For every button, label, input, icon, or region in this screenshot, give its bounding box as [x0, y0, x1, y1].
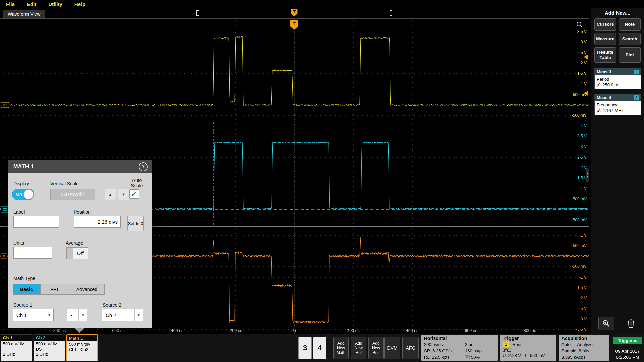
average-toggle[interactable]: Off [66, 247, 88, 259]
scale-label-ch1: 3 V [581, 40, 587, 44]
display-toggle-knob [23, 189, 34, 199]
sidebar-button-measure[interactable]: Measure [594, 33, 616, 45]
trigger-type: Runt [512, 341, 521, 348]
scale-label-math: -500 mV [572, 264, 587, 269]
help-icon[interactable]: ? [139, 162, 148, 171]
math-type-tab-basic[interactable]: Basic [13, 284, 40, 295]
acquisition-settings-panel[interactable]: Acquisition Auto, Analyze Sample: 8 bits… [559, 335, 609, 361]
display-toggle[interactable]: On [12, 189, 34, 200]
plot-zoom-icon[interactable] [576, 21, 583, 30]
source1-label: Source 1 [13, 302, 32, 308]
measurement-card[interactable]: Meas 32Periodμ': 250.0 ns [594, 68, 641, 89]
acq-mode: Auto, [561, 341, 572, 348]
scale-label-math: -1 V [579, 275, 587, 280]
measurement-card[interactable]: Meas 42Frequencyμ': 4.167 MHz [594, 94, 641, 115]
set-to-zero-button[interactable]: Set to 0 [127, 216, 144, 231]
math-type-tab-fft[interactable]: FFT [40, 284, 69, 295]
average-toggle-knob [67, 248, 73, 259]
sidebar-button-search[interactable]: Search [619, 33, 641, 45]
scale-label-math: -3 V [579, 317, 587, 321]
menu-bar: FileEditUtilityHelp [0, 0, 644, 8]
menu-file[interactable]: File [6, 1, 15, 7]
menu-utility[interactable]: Utility [48, 1, 62, 7]
label-label: Label [13, 209, 25, 215]
label-input[interactable] [13, 216, 59, 228]
badge-name: Ch 1 [1, 335, 32, 341]
overview-right-bracket[interactable] [390, 10, 392, 16]
badge-name: Ch 2 [34, 335, 65, 341]
sidebar-button-note[interactable]: Note [619, 18, 641, 31]
runt-pulse-icon [503, 348, 512, 352]
scale-label-ch2: 4 V [581, 123, 587, 128]
autoscale-checkbox[interactable]: ✓ [129, 189, 139, 199]
time-label: -400 ns [170, 328, 184, 333]
record-length: RL: 12.5 kpts [424, 354, 465, 360]
scale-label-ch1: 1 V [581, 81, 587, 86]
status-date: 09 Apr 2017 [612, 349, 643, 354]
sidebar-button-cursors[interactable]: Cursors [594, 18, 616, 31]
dialog-header[interactable]: MATH 1 ? [8, 160, 152, 173]
operator-dropdown[interactable]: - ▼ [67, 309, 87, 321]
channel-3-button[interactable]: 3 [298, 337, 312, 359]
zoom-mode-button[interactable] [598, 317, 614, 330]
horizontal-title: Horizontal [424, 336, 495, 341]
measurement-count-badge: 2 [634, 70, 639, 74]
time-label: 0 s [291, 328, 297, 333]
trigger-position-flag[interactable]: T [291, 9, 298, 16]
trigger-settings-panel[interactable]: Trigger 1 Runt U: 2.28 V L: 560 mV [500, 335, 556, 361]
scale-label-ch2: -500 mV [572, 218, 587, 222]
sample-rate: SR: 6.25 GS/s [424, 348, 465, 354]
add-new-title: Add New... [591, 10, 644, 16]
badge-details: 500 mV/divDS1 GHz [34, 341, 65, 358]
trigger-upper-level: U: 2.28 V [503, 352, 521, 359]
afg-button[interactable]: AFG [402, 337, 419, 359]
scale-up-button[interactable]: ▲ [105, 189, 116, 200]
scale-label-ch1: -500 mV [572, 113, 587, 118]
sample-interval: 160 ps/pt [465, 348, 495, 354]
add-new-ref-button[interactable]: AddNewRef [351, 337, 366, 359]
waveform-view-tab[interactable]: Waveform View [3, 10, 45, 18]
channel-4-button[interactable]: 4 [313, 337, 326, 359]
math-type-tab-advanced[interactable]: Advanced [69, 284, 105, 295]
channel-flag-m[interactable]: M [1, 253, 7, 259]
add-new-math-button[interactable]: AddNewMath [333, 337, 349, 359]
channel-flag-c1[interactable]: C1 [1, 102, 9, 108]
measurement-header: Meas 32 [595, 68, 641, 75]
horizontal-settings-panel[interactable]: Horizontal 200 ns/div 2 μs SR: 6.25 GS/s… [421, 335, 498, 361]
sidebar-button-results-table[interactable]: Results Table [594, 47, 616, 63]
horizontal-scale: 200 ns/div [424, 341, 465, 348]
scale-label-ch1: 2 V [581, 61, 587, 65]
sidebar-button-plot[interactable]: Plot [619, 47, 641, 63]
source2-dropdown[interactable]: Ch 2 ▼ [102, 309, 143, 321]
position-input[interactable] [74, 216, 121, 228]
badge-details: 500 mV/div 1 GHz [1, 341, 32, 358]
trigger-upper-level-arrow[interactable] [584, 54, 588, 60]
badge-ch-1[interactable]: Ch 1500 mV/div 1 GHz [1, 334, 32, 361]
add-new-bus-button[interactable]: AddNewBus [368, 337, 384, 359]
dialog-body: Display On Vertical Scale 500 mV/div ▲ ▼… [8, 173, 152, 328]
badge-ch-2[interactable]: Ch 2500 mV/divDS1 GHz [34, 334, 65, 361]
delete-button[interactable] [624, 317, 638, 331]
scale-label-math: -2 V [579, 296, 587, 300]
menu-edit[interactable]: Edit [27, 1, 36, 7]
time-label: 200 ns [347, 328, 360, 333]
source2-label: Source 2 [103, 302, 121, 308]
measurement-name: Meas 4 [597, 95, 611, 100]
scale-label-math: -3.5 V [576, 327, 587, 332]
time-label: 800 ns [524, 328, 536, 333]
scale-label-math: 500 mV [573, 243, 587, 248]
timebase-overview-bar[interactable]: T [196, 10, 392, 16]
menu-help[interactable]: Help [74, 1, 86, 7]
dvm-button[interactable]: DVM [384, 337, 400, 359]
source2-value: Ch 2 [102, 312, 134, 318]
units-input[interactable] [13, 247, 52, 259]
measurement-header: Meas 42 [595, 94, 641, 101]
source1-dropdown[interactable]: Ch 1 ▼ [13, 309, 54, 321]
scale-down-button[interactable]: ▼ [118, 189, 129, 200]
acquisition-title: Acquisition [561, 336, 606, 341]
badge-math-1[interactable]: Math 1500 mV/divCh1 - Ch2 [66, 334, 98, 361]
trigger-lower-level-arrow[interactable] [584, 90, 588, 96]
view-percent-wrap: 50% [465, 354, 495, 360]
vertical-scale-value[interactable]: 500 mV/div [50, 189, 95, 200]
panel-splitter-handle[interactable] [586, 168, 589, 182]
